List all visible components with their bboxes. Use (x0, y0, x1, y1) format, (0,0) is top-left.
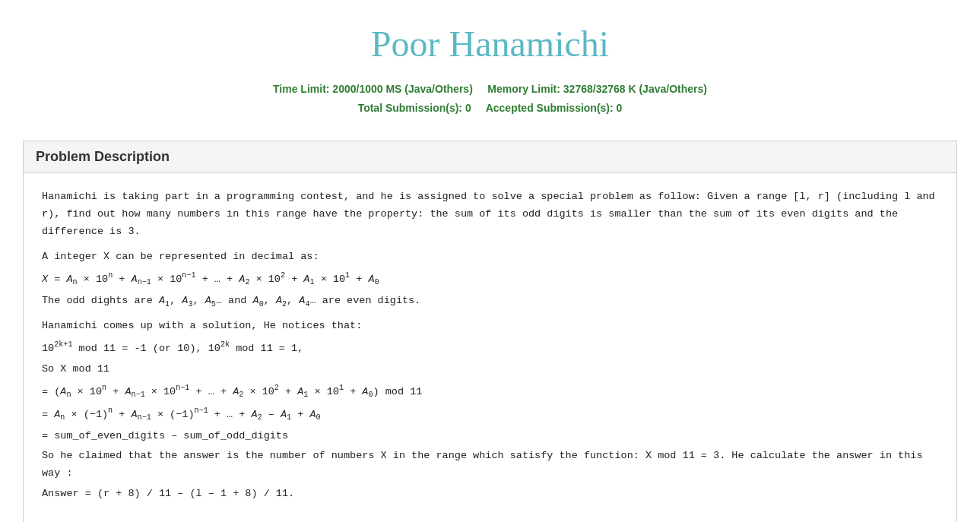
paragraph1: Hanamichi is taking part in a programmin… (42, 188, 938, 241)
page-title: Poor Hanamichi (0, 0, 980, 80)
answer-formula: Answer = (r + 8) / 11 – (l – 1 + 8) / 11… (42, 486, 938, 503)
paragraph3: Hanamichi comes up with a solution, He n… (42, 318, 938, 503)
total-submissions: Total Submission(s): 0 (358, 102, 471, 114)
accepted-submissions: Accepted Submission(s): 0 (486, 102, 623, 114)
conclusion-text: So he claimed that the answer is the num… (42, 450, 923, 479)
meta-info: Time Limit: 2000/1000 MS (Java/Others) M… (0, 80, 980, 118)
expand3: = sum_of_even_digits – sum_of_odd_digits (42, 428, 938, 445)
paragraph2: A integer X can be represented in decima… (42, 248, 938, 310)
odd-even-text: The odd dights are A1, A3, A5… and A0, A… (42, 295, 420, 306)
problem-section: Problem Description Hanamichi is taking … (23, 141, 957, 522)
mod-notice: 102k+1 mod 11 = -1 (or 10), 102k mod 11 … (42, 338, 938, 357)
section-header: Problem Description (24, 141, 956, 173)
formula-x: X = An × 10n + An−1 × 10n−1 + … + A2 × 1… (42, 269, 938, 289)
so-x-text: So X mod 11 (42, 363, 109, 375)
expand1: = (An × 10n + An−1 × 10n−1 + … + A2 × 10… (42, 381, 938, 401)
expand2: = An × (−1)n + An−1 × (−1)n−1 + … + A2 –… (42, 404, 938, 424)
time-limit: Time Limit: 2000/1000 MS (Java/Others) (273, 83, 473, 95)
section-body: Hanamichi is taking part in a programmin… (24, 173, 956, 522)
memory-limit: Memory Limit: 32768/32768 K (Java/Others… (487, 83, 707, 95)
